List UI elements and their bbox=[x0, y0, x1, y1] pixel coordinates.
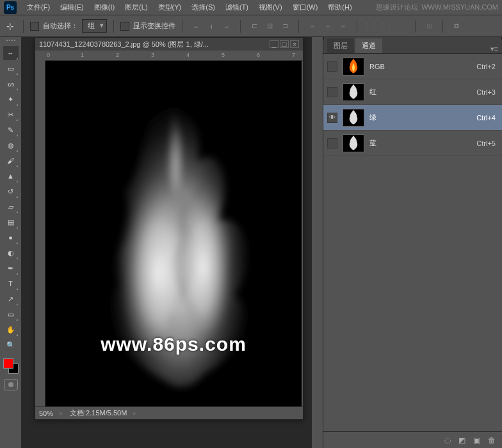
auto-select-dropdown[interactable]: 组 bbox=[82, 19, 107, 33]
zoom-level[interactable]: 50% bbox=[39, 410, 53, 417]
auto-align-icon[interactable]: ⊞ bbox=[422, 19, 436, 33]
align-group-2: ⊏ ⊟ ⊐ bbox=[247, 19, 292, 33]
quick-mask-button[interactable] bbox=[4, 379, 18, 390]
menu-view[interactable]: 视图(V) bbox=[254, 3, 287, 12]
visibility-toggle[interactable] bbox=[327, 87, 337, 97]
visibility-toggle[interactable] bbox=[327, 61, 337, 72]
menu-filter[interactable]: 滤镜(T) bbox=[220, 3, 254, 12]
menu-window[interactable]: 窗口(W) bbox=[287, 3, 323, 12]
channel-row-红[interactable]: 红Ctrl+3 bbox=[323, 79, 502, 105]
collapsed-panel-dock[interactable] bbox=[311, 37, 323, 448]
dist-right-icon[interactable]: ⋮⋮ bbox=[394, 19, 409, 33]
align-hmid-icon[interactable]: ⊟ bbox=[263, 19, 277, 33]
dist-top-icon[interactable]: ≡ bbox=[305, 19, 320, 33]
foreground-color-swatch[interactable] bbox=[3, 358, 13, 369]
pen-tool[interactable]: ✒ bbox=[3, 261, 19, 275]
color-swatches[interactable] bbox=[2, 357, 20, 375]
show-transform-checkbox[interactable] bbox=[120, 22, 129, 31]
channel-name: 蓝 bbox=[369, 138, 376, 148]
channel-row-RGB[interactable]: RGBCtrl+2 bbox=[323, 54, 502, 79]
visibility-toggle[interactable] bbox=[327, 138, 337, 148]
window-max-icon[interactable]: □ bbox=[280, 40, 289, 48]
ruler-vertical[interactable] bbox=[35, 61, 45, 406]
ruler-horizontal[interactable]: 0 1 2 3 4 5 6 7 bbox=[45, 51, 303, 61]
eraser-tool[interactable]: ▱ bbox=[3, 200, 19, 214]
marquee-tool[interactable]: ▭ bbox=[3, 61, 19, 76]
menu-layer[interactable]: 图层(L) bbox=[120, 3, 152, 12]
channel-shortcut: Ctrl+4 bbox=[476, 114, 496, 122]
menu-image[interactable]: 图像(I) bbox=[89, 3, 120, 12]
align-vmid-icon[interactable]: ⫞ bbox=[204, 19, 218, 33]
channel-row-蓝[interactable]: 蓝Ctrl+5 bbox=[323, 131, 502, 156]
dist-bottom-icon[interactable]: ≡ bbox=[336, 19, 350, 33]
align-left-icon[interactable]: ⊏ bbox=[247, 19, 261, 33]
dodge-tool[interactable]: ◐ bbox=[3, 246, 19, 260]
channel-thumb bbox=[343, 58, 364, 76]
eyedropper-tool[interactable]: ✎ bbox=[3, 123, 19, 137]
channel-row-绿[interactable]: 👁绿Ctrl+4 bbox=[323, 105, 502, 131]
path-select-tool[interactable]: ↗ bbox=[3, 292, 19, 306]
brush-tool[interactable]: 🖌 bbox=[3, 154, 19, 168]
tab-layers[interactable]: 图层 bbox=[327, 38, 354, 53]
menu-help[interactable]: 帮助(H) bbox=[323, 3, 357, 12]
menu-select[interactable]: 选择(S) bbox=[186, 3, 220, 12]
load-selection-icon[interactable]: ◌ bbox=[444, 436, 451, 445]
stamp-tool[interactable]: ▲ bbox=[3, 169, 19, 183]
menu-type[interactable]: 类型(Y) bbox=[153, 3, 187, 12]
panel-menu-icon[interactable]: ▾≡ bbox=[487, 45, 502, 53]
options-bar: ⊹ 自动选择： 组 显示变换控件 ⫠ ⫞ ⫠ ⊏ ⊟ ⊐ ≡ ≡ ≡ ⋮⋮ ⋮⋮… bbox=[0, 15, 502, 37]
distribute-group-1: ≡ ≡ ≡ bbox=[305, 19, 350, 33]
canvas-watermark: www.86ps.com bbox=[101, 333, 247, 355]
shape-tool[interactable]: ▭ bbox=[3, 307, 19, 321]
tab-channels[interactable]: 通道 bbox=[355, 38, 382, 53]
document-titlebar[interactable]: 11074431_122403780263_2.jpg @ 50% (图层 1,… bbox=[35, 38, 303, 51]
type-tool[interactable]: T bbox=[3, 276, 19, 291]
panel-tab-bar: 图层 通道 ▾≡ bbox=[323, 40, 502, 54]
move-tool[interactable]: ↔ bbox=[3, 46, 19, 60]
delete-channel-icon[interactable]: 🗑 bbox=[488, 436, 496, 445]
channel-shortcut: Ctrl+3 bbox=[476, 88, 496, 96]
menu-edit[interactable]: 编辑(E) bbox=[55, 3, 89, 12]
dist-hmid-icon[interactable]: ⋮⋮ bbox=[379, 19, 393, 33]
history-brush-tool[interactable]: ↺ bbox=[3, 184, 19, 198]
channel-thumb bbox=[343, 83, 364, 101]
zoom-tool[interactable]: 🔍 bbox=[3, 338, 19, 352]
save-selection-icon[interactable]: ◩ bbox=[458, 436, 466, 445]
lasso-tool[interactable]: ᔕ bbox=[3, 77, 19, 91]
crop-tool[interactable]: ✂ bbox=[3, 108, 19, 122]
auto-select-checkbox[interactable] bbox=[30, 22, 39, 31]
canvas[interactable]: www.86ps.com bbox=[45, 61, 302, 406]
dist-left-icon[interactable]: ⋮⋮ bbox=[364, 19, 378, 33]
tool-bar: ↔ ▭ ᔕ ✦ ✂ ✎ ◍ 🖌 ▲ ↺ ▱ ▤ ● ◐ ✒ T ↗ ▭ ✋ 🔍 bbox=[0, 37, 22, 448]
channel-list: RGBCtrl+2红Ctrl+3👁绿Ctrl+4蓝Ctrl+5 bbox=[323, 54, 502, 156]
channel-shortcut: Ctrl+2 bbox=[476, 63, 496, 70]
menu-bar: Ps 文件(F) 编辑(E) 图像(I) 图层(L) 类型(Y) 选择(S) 滤… bbox=[0, 0, 502, 15]
menu-file[interactable]: 文件(F) bbox=[22, 3, 55, 12]
status-bar: 50% ▸ 文档:2.15M/5.50M ▸ bbox=[35, 406, 303, 419]
align-group-1: ⫠ ⫞ ⫠ bbox=[189, 19, 234, 33]
blur-tool[interactable]: ● bbox=[3, 230, 19, 244]
window-min-icon[interactable]: _ bbox=[270, 40, 279, 48]
magic-wand-tool[interactable]: ✦ bbox=[3, 92, 19, 106]
toolbar-grip-icon[interactable] bbox=[1, 40, 20, 44]
channel-name: 红 bbox=[369, 87, 376, 97]
gradient-tool[interactable]: ▤ bbox=[3, 215, 19, 229]
forum-watermark: 思缘设计论坛 WWW.MISSYUAN.COM bbox=[376, 3, 498, 12]
visibility-toggle[interactable]: 👁 bbox=[327, 113, 337, 123]
healing-tool[interactable]: ◍ bbox=[3, 138, 19, 152]
align-right-icon[interactable]: ⊐ bbox=[278, 19, 292, 33]
doc-size-label: 文档:2.15M/5.50M bbox=[70, 408, 127, 418]
dist-vmid-icon[interactable]: ≡ bbox=[321, 19, 335, 33]
show-transform-label: 显示变换控件 bbox=[133, 21, 175, 31]
hand-tool[interactable]: ✋ bbox=[3, 323, 19, 337]
align-top-icon[interactable]: ⫠ bbox=[189, 19, 203, 33]
panels-dock: 图层 通道 ▾≡ RGBCtrl+2红Ctrl+3👁绿Ctrl+4蓝Ctrl+5… bbox=[323, 37, 502, 448]
distribute-group-2: ⋮⋮ ⋮⋮ ⋮⋮ bbox=[364, 19, 409, 33]
3d-mode-icon[interactable]: ⧉ bbox=[449, 19, 464, 33]
app-logo: Ps bbox=[4, 1, 17, 14]
new-channel-icon[interactable]: ▣ bbox=[473, 436, 480, 445]
align-bottom-icon[interactable]: ⫠ bbox=[220, 19, 234, 33]
auto-select-label: 自动选择： bbox=[43, 21, 78, 31]
channel-name: 绿 bbox=[369, 113, 376, 122]
window-close-icon[interactable]: × bbox=[290, 40, 299, 48]
